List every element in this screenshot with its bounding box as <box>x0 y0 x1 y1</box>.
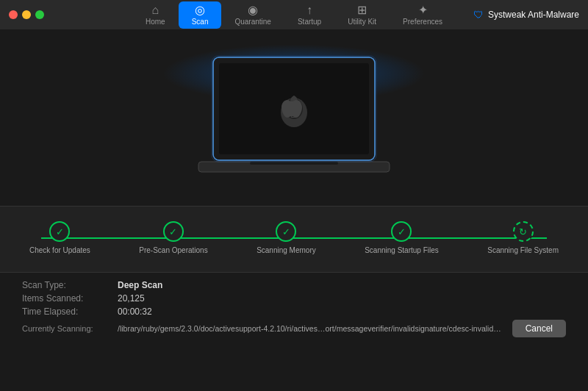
minimize-button[interactable] <box>22 10 31 19</box>
preferences-icon: ✦ <box>418 4 428 16</box>
nav-preferences[interactable]: ✦ Preferences <box>390 1 456 29</box>
step-check-updates: ✓ Check for Updates <box>29 221 90 254</box>
nav-quarantine-label: Quarantine <box>234 18 270 26</box>
scan-type-value: Deep Scan <box>118 280 162 290</box>
shield-icon: 🛡 <box>473 9 484 21</box>
progress-steps: ✓ Check for Updates ✓ Pre-Scan Operation… <box>29 221 559 254</box>
svg-rect-6 <box>250 162 338 165</box>
step-label-check-updates: Check for Updates <box>29 246 90 254</box>
step-label-scanning-memory: Scanning Memory <box>257 246 316 254</box>
step-label-pre-scan: Pre-Scan Operations <box>139 246 207 254</box>
info-section: Scan Type: Deep Scan Items Scanned: 20,1… <box>0 272 588 391</box>
nav-startup-label: Startup <box>298 18 321 26</box>
step-scanning-filesystem: ↻ Scanning File System <box>487 221 559 254</box>
items-scanned-label: Items Scanned: <box>22 293 118 304</box>
step-circle-scanning-startup: ✓ <box>391 221 412 242</box>
currently-scanning-row: Currently Scanning: /library/ruby/gems/2… <box>22 320 566 337</box>
quarantine-icon: ◉ <box>248 4 258 16</box>
nav-startup[interactable]: ↑ Startup <box>284 1 334 29</box>
time-elapsed-row: Time Elapsed: 00:00:32 <box>22 306 566 317</box>
currently-scanning-label: Currently Scanning: <box>22 324 118 333</box>
step-scanning-startup: ✓ Scanning Startup Files <box>365 221 439 254</box>
step-label-scanning-filesystem: Scanning File System <box>487 246 559 254</box>
nav-scan-label: Scan <box>192 18 209 26</box>
time-elapsed-value: 00:00:32 <box>118 306 152 317</box>
scan-type-row: Scan Type: Deep Scan <box>22 280 566 290</box>
nav-scan[interactable]: ◎ Scan <box>179 1 222 29</box>
scan-icon: ◎ <box>195 4 205 16</box>
scan-type-label: Scan Type: <box>22 280 118 290</box>
nav-home-label: Home <box>146 18 165 26</box>
step-scanning-memory: ✓ Scanning Memory <box>257 221 316 254</box>
branding: 🛡 Systweak Anti-Malware <box>473 9 579 21</box>
nav-utility-label: Utility Kit <box>348 18 376 26</box>
step-label-scanning-startup: Scanning Startup Files <box>365 246 439 254</box>
step-circle-scanning-memory: ✓ <box>276 221 296 242</box>
main-content:  ✓ Check for Updates <box>0 29 588 391</box>
step-circle-pre-scan: ✓ <box>163 221 184 242</box>
progress-section: ✓ Check for Updates ✓ Pre-Scan Operation… <box>0 206 588 272</box>
close-button[interactable] <box>9 10 18 19</box>
nav-utility-kit[interactable]: ⊞ Utility Kit <box>334 1 390 29</box>
time-elapsed-label: Time Elapsed: <box>22 306 118 317</box>
traffic-lights <box>0 10 44 19</box>
startup-icon: ↑ <box>306 4 312 16</box>
home-icon: ⌂ <box>151 4 159 16</box>
cancel-button[interactable]: Cancel <box>512 320 566 337</box>
nav-preferences-label: Preferences <box>403 18 442 26</box>
currently-scanning-path: /library/ruby/gems/2.3.0/doc/activesuppo… <box>118 324 503 333</box>
nav-quarantine[interactable]: ◉ Quarantine <box>221 1 284 29</box>
maximize-button[interactable] <box>35 10 44 19</box>
utility-icon: ⊞ <box>357 4 367 16</box>
nav-home[interactable]: ⌂ Home <box>132 1 179 29</box>
items-scanned-value: 20,125 <box>118 293 145 304</box>
step-pre-scan: ✓ Pre-Scan Operations <box>139 221 207 254</box>
branding-name: Systweak Anti-Malware <box>488 10 579 20</box>
progress-track: ✓ Check for Updates ✓ Pre-Scan Operation… <box>29 221 559 254</box>
items-scanned-row: Items Scanned: 20,125 <box>22 293 566 304</box>
laptop-illustration:  <box>184 50 404 193</box>
laptop-svg:  <box>184 50 404 190</box>
step-circle-scanning-filesystem: ↻ <box>513 221 534 242</box>
titlebar: ⌂ Home ◎ Scan ◉ Quarantine ↑ Startup ⊞ U… <box>0 0 588 29</box>
illustration-area:  <box>0 29 588 206</box>
step-circle-check-updates: ✓ <box>49 221 70 242</box>
